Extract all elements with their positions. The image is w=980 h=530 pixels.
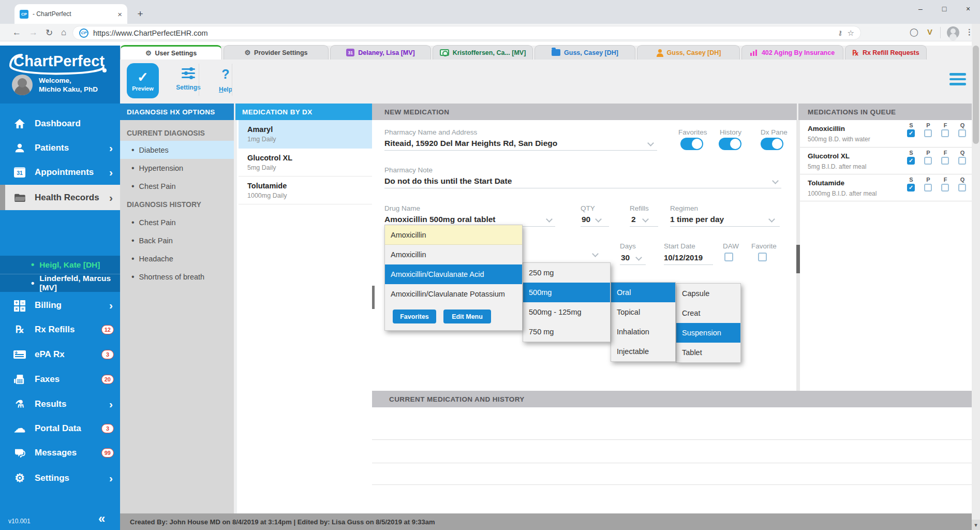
history-item-headache[interactable]: Headache: [120, 249, 234, 268]
meddx-item-amaryl[interactable]: Amaryl 1mg Daily: [239, 120, 374, 149]
url-text[interactable]: https://www.ChartPerfectEHR.com: [93, 29, 833, 37]
history-toggle[interactable]: [719, 138, 741, 150]
panel-scrollbar-thumb[interactable]: [796, 245, 800, 273]
menu-item-capsule[interactable]: Capsule: [676, 284, 740, 303]
menu-item-injectable[interactable]: Injectable: [611, 342, 675, 361]
history-item-chest-pain[interactable]: Chest Pain: [120, 213, 234, 231]
menu-edit-button[interactable]: Edit Menu: [443, 310, 491, 323]
key-icon[interactable]: ⚷: [838, 29, 843, 37]
menu-item-creat[interactable]: Creat: [676, 303, 740, 323]
preview-button[interactable]: ✓ Preview: [127, 63, 159, 98]
diagnosis-item-hypertension[interactable]: Hypertension: [120, 159, 234, 177]
menu-item-amoxicillin-clavulanate-potassium[interactable]: Amoxicillin/Clavulanate Potassium: [385, 284, 522, 304]
new-tab-button[interactable]: +: [133, 7, 147, 21]
home-icon[interactable]: ⌂: [61, 27, 66, 38]
refills-field[interactable]: 2: [631, 215, 636, 224]
pharmacy-field[interactable]: Riteaid, 15920 Del Mar Heights Rd, San D…: [384, 139, 557, 148]
tab-user-settings[interactable]: ⚙ User Settings: [120, 45, 222, 60]
menu-item-amoxicillin-clavulanate-acid[interactable]: Amoxicillin/Clavulanate Acid: [385, 264, 522, 284]
meddx-item-glucotrol[interactable]: Glucotrol XL 5mg Daily: [239, 149, 374, 176]
menu-item-topical[interactable]: Topical: [611, 302, 675, 322]
menu-item-500mg-125mg[interactable]: 500mg - 125mg: [523, 302, 610, 322]
menu-item-inhalation[interactable]: Inhalation: [611, 322, 675, 342]
menu-item-tablet[interactable]: Tablet: [676, 343, 740, 362]
queue-row-glucotrol[interactable]: Glucotrol XL 5mg B.I.D. after meal S P F…: [798, 148, 972, 174]
extension-v-icon[interactable]: V: [927, 27, 932, 36]
diagnosis-item-diabetes[interactable]: Diabetes: [120, 141, 234, 159]
queue-row-tolutamide[interactable]: Tolutamide 1000mg B.I.D. after meal S P …: [798, 174, 972, 201]
queue-q-checkbox[interactable]: [958, 184, 966, 192]
sidebar-collapse-icon[interactable]: «: [98, 511, 105, 526]
menu-favorites-button[interactable]: Favorites: [393, 310, 436, 323]
bookmark-star-icon[interactable]: ☆: [848, 28, 854, 38]
dx-pane-toggle[interactable]: [761, 138, 783, 150]
menu-item-750mg[interactable]: 750 mg: [523, 322, 610, 342]
sidebar-item-health-records[interactable]: Health Records ›: [0, 185, 120, 210]
tab-guss-casey-demographics[interactable]: Guss, Casey [DH]: [637, 45, 740, 60]
queue-s-checkbox[interactable]: [907, 157, 915, 165]
sidebar-item-appointments[interactable]: 31 Appointments ›: [0, 160, 120, 184]
window-minimize-button[interactable]: –: [909, 0, 932, 18]
menu-item-amoxicillin-typed[interactable]: Amoxicillin: [385, 225, 522, 245]
queue-p-checkbox[interactable]: [924, 129, 932, 137]
window-maximize-button[interactable]: □: [932, 0, 956, 18]
queue-q-checkbox[interactable]: [958, 157, 966, 165]
browser-profile-avatar[interactable]: [947, 26, 959, 39]
drug-name-field[interactable]: Amoxicillin 500mg oral tablet: [384, 215, 495, 224]
history-item-shortness-of-breath[interactable]: Shortness of breath: [120, 268, 234, 286]
menu-item-250mg[interactable]: 250 mg: [523, 263, 610, 283]
sidebar-item-rx-refills[interactable]: ℞ Rx Refills 12: [0, 317, 120, 342]
queue-f-checkbox[interactable]: [941, 184, 949, 192]
patient-item-linderfeld[interactable]: • Linderfeld, Marcus [MV]: [0, 274, 120, 292]
sidebar-item-dashboard[interactable]: Dashboard: [0, 111, 120, 136]
patient-item-heigl[interactable]: • Heigl, Kate [DH]: [0, 256, 120, 274]
forward-icon[interactable]: →: [29, 27, 38, 38]
qty-field[interactable]: 90: [582, 215, 590, 224]
help-button[interactable]: ? Help: [207, 67, 244, 93]
sidebar-item-faxes[interactable]: Faxes 20: [0, 367, 120, 391]
queue-s-checkbox[interactable]: [907, 129, 915, 137]
reload-icon[interactable]: ↻: [46, 27, 53, 38]
menu-item-500mg[interactable]: 500mg: [523, 283, 610, 302]
tab-delaney-lisa[interactable]: 31 Delaney, Lisa [MV]: [330, 45, 431, 60]
settings-button[interactable]: Settings: [170, 67, 207, 91]
hamburger-menu-icon[interactable]: [949, 73, 966, 85]
regimen-field[interactable]: 1 time per day: [670, 215, 724, 224]
menu-item-suspension[interactable]: Suspension: [676, 323, 740, 343]
scrollbar-down-arrow-icon[interactable]: ▾: [972, 520, 980, 530]
window-close-button[interactable]: ×: [956, 0, 980, 18]
start-date-field[interactable]: 10/12/2019: [664, 253, 703, 262]
browser-tab-close-icon[interactable]: ×: [117, 10, 122, 19]
queue-f-checkbox[interactable]: [941, 129, 949, 137]
days-field[interactable]: 30: [621, 253, 630, 262]
pharmacy-note-field[interactable]: Do not do this until the Start Date: [384, 176, 512, 186]
queue-row-amoxicillin[interactable]: Amoxicillin 500mg B.D. with water S P F …: [798, 120, 972, 148]
sidebar-item-patients[interactable]: Patients ›: [0, 136, 120, 160]
favorite-checkbox[interactable]: [758, 253, 767, 261]
address-bar[interactable]: CP https://www.ChartPerfectEHR.com ⚷ ☆: [72, 26, 861, 40]
tab-aging-by-insurance[interactable]: 402 Aging By Insurance: [741, 45, 843, 60]
sidebar-item-results[interactable]: ⚗ Results ›: [0, 392, 120, 416]
sidebar-item-settings[interactable]: ⚙ Settings ›: [0, 466, 120, 490]
menu-item-amoxicillin[interactable]: Amoxicillin: [385, 245, 522, 264]
back-icon[interactable]: ←: [12, 27, 21, 38]
sidebar-item-billing[interactable]: +−×= Billing ›: [0, 293, 120, 317]
browser-scrollbar-thumb[interactable]: [973, 46, 979, 144]
queue-p-checkbox[interactable]: [924, 157, 932, 165]
sidebar-item-messages[interactable]: Messages 99: [0, 440, 120, 465]
extension-circle-icon[interactable]: ◯: [910, 27, 918, 37]
diagnosis-item-chest-pain[interactable]: Chest Pain: [120, 177, 234, 195]
tab-provider-settings[interactable]: ⚙ Provider Settings: [224, 45, 329, 60]
history-item-back-pain[interactable]: Back Pain: [120, 231, 234, 249]
queue-q-checkbox[interactable]: [958, 129, 966, 137]
sidebar-item-epa-rx[interactable]: ePA Rx 3: [0, 342, 120, 366]
queue-p-checkbox[interactable]: [924, 184, 932, 192]
favorites-toggle[interactable]: [680, 138, 703, 150]
queue-s-checkbox[interactable]: [907, 184, 915, 192]
daw-checkbox[interactable]: [724, 253, 733, 261]
queue-f-checkbox[interactable]: [941, 157, 949, 165]
tab-guss-casey-chart[interactable]: Guss, Casey [DH]: [534, 45, 635, 60]
tab-rx-refill-requests[interactable]: ℞ Rx Refill Requests: [845, 45, 927, 60]
tab-kristoffersen[interactable]: Kristoffersen, Ca... [MV]: [433, 45, 533, 60]
menu-item-oral[interactable]: Oral: [611, 283, 675, 302]
